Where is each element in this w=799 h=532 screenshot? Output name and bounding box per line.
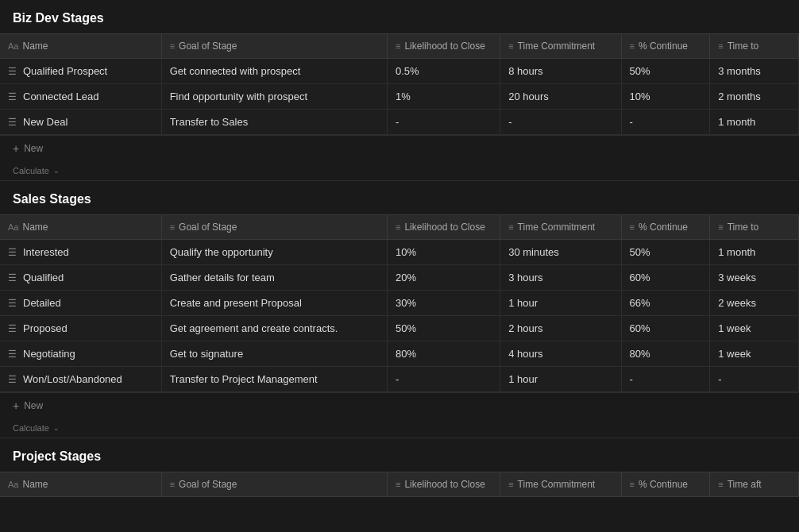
table-row[interactable]: ☰ Interested Qualify the opportunity 10%… [0,240,799,265]
row-goal: Get to signature [161,341,387,367]
row-time-commitment: 3 hours [500,265,621,291]
row-continue: - [621,367,710,392]
table-row[interactable]: ☰ Detailed Create and present Proposal 3… [0,291,799,316]
project-col-goal[interactable]: ≡ Goal of Stage [161,472,387,497]
row-goal: Transfer to Project Management [161,367,387,392]
biz-dev-col-continue[interactable]: ≡ % Continue [621,34,710,59]
doc-icon: ☰ [8,323,17,334]
doc-icon: ☰ [8,298,17,309]
row-time-to: 1 week [710,316,799,341]
doc-icon: ☰ [8,349,17,360]
row-continue: - [621,110,710,135]
biz-dev-body: ☰ Qualified Prospect Get connected with … [0,59,799,135]
table-row[interactable]: ☰ Qualified Prospect Get connected with … [0,59,799,84]
row-goal: Create and present Proposal [161,291,387,316]
row-name: ☰ Won/Lost/Abandoned [0,367,161,392]
table-row[interactable]: ☰ Connected Lead Find opportunity with p… [0,84,799,110]
list-icon: ≡ [718,480,723,489]
list-icon: ≡ [170,222,175,232]
sales-col-time-commitment[interactable]: ≡ Time Commitment [500,215,621,240]
biz-dev-header: Aa Name ≡ Goal of Stage ≡ Likeliho [0,34,799,59]
table-row[interactable]: ☰ Negotiating Get to signature 80% 4 hou… [0,341,799,367]
row-name: ☰ Proposed [0,316,161,341]
row-continue: 60% [621,316,710,341]
row-time-commitment: 20 hours [500,84,621,110]
plus-icon: + [13,399,19,412]
biz-dev-col-time-to[interactable]: ≡ Time to [710,34,799,59]
row-name: ☰ Detailed [0,291,161,316]
project-header: Aa Name ≡ Goal of Stage ≡ Likeliho [0,472,799,497]
biz-dev-col-goal[interactable]: ≡ Goal of Stage [161,34,387,59]
row-likelihood: 50% [388,316,500,341]
row-time-commitment: 30 minutes [500,240,621,265]
row-goal: Transfer to Sales [161,110,387,135]
biz-dev-calculate[interactable]: Calculate ⌄ [0,161,799,181]
row-likelihood: 0.5% [388,59,500,84]
row-time-commitment: 8 hours [500,59,621,84]
row-time-to: 1 week [710,341,799,367]
biz-dev-table-wrapper: Aa Name ≡ Goal of Stage ≡ Likeliho [0,33,799,181]
biz-dev-col-likelihood[interactable]: ≡ Likelihood to Close [388,34,500,59]
table-row[interactable]: ☰ New Deal Transfer to Sales - - - 1 mon… [0,110,799,135]
row-time-to: 2 weeks [710,291,799,316]
row-time-commitment: 2 hours [500,316,621,341]
doc-icon: ☰ [8,374,17,385]
row-goal: Qualify the opportunity [161,240,387,265]
sales-section: Sales Stages Aa Name [0,181,799,438]
table-row[interactable]: ☰ Proposed Get agreement and create cont… [0,316,799,341]
sales-col-continue[interactable]: ≡ % Continue [621,215,710,240]
sales-col-goal[interactable]: ≡ Goal of Stage [161,215,387,240]
project-col-time-commitment[interactable]: ≡ Time Commitment [500,472,621,497]
row-time-to: 1 month [710,240,799,265]
row-likelihood: - [388,367,500,392]
doc-icon: ☰ [8,117,17,128]
project-table: Aa Name ≡ Goal of Stage ≡ Likeliho [0,472,799,497]
sales-table: Aa Name ≡ Goal of Stage ≡ Likeliho [0,214,799,392]
doc-icon: ☰ [8,247,17,258]
project-col-continue[interactable]: ≡ % Continue [621,472,710,497]
list-icon: ≡ [508,222,513,232]
row-continue: 66% [621,291,710,316]
row-continue: 80% [621,341,710,367]
row-name: ☰ Connected Lead [0,84,161,110]
project-col-time-after[interactable]: ≡ Time aft [710,472,799,497]
doc-icon: ☰ [8,91,17,102]
project-table-wrapper: Aa Name ≡ Goal of Stage ≡ Likeliho [0,472,799,497]
biz-dev-section: Biz Dev Stages Aa Name [0,0,799,181]
sales-title: Sales Stages [0,181,799,214]
project-col-likelihood[interactable]: ≡ Likelihood to Close [388,472,500,497]
doc-icon: ☰ [8,272,17,283]
chevron-down-icon: ⌄ [53,424,60,432]
list-icon: ≡ [508,480,513,489]
biz-dev-col-name[interactable]: Aa Name [0,34,161,59]
list-icon: ≡ [630,222,635,232]
list-icon: ≡ [718,41,723,51]
sales-col-name[interactable]: Aa Name [0,215,161,240]
biz-dev-table: Aa Name ≡ Goal of Stage ≡ Likeliho [0,33,799,135]
row-likelihood: 80% [388,341,500,367]
row-name: ☰ Negotiating [0,341,161,367]
row-time-commitment: - [500,110,621,135]
biz-dev-add-row[interactable]: + New [0,135,799,161]
biz-dev-col-time-commitment[interactable]: ≡ Time Commitment [500,34,621,59]
row-continue: 50% [621,240,710,265]
text-icon: Aa [8,480,18,489]
row-time-to: - [710,367,799,392]
biz-dev-title: Biz Dev Stages [0,0,799,33]
project-title: Project Stages [0,438,799,472]
row-continue: 10% [621,84,710,110]
list-icon: ≡ [508,41,513,51]
row-likelihood: 10% [388,240,500,265]
table-row[interactable]: ☰ Won/Lost/Abandoned Transfer to Project… [0,367,799,392]
list-icon: ≡ [718,222,723,232]
sales-col-likelihood[interactable]: ≡ Likelihood to Close [388,215,500,240]
list-icon: ≡ [630,41,635,51]
project-col-name[interactable]: Aa Name [0,472,161,497]
sales-calculate[interactable]: Calculate ⌄ [0,418,799,438]
text-icon: Aa [8,222,18,232]
row-time-to: 3 weeks [710,265,799,291]
table-row[interactable]: ☰ Qualified Gather details for team 20% … [0,265,799,291]
project-section: Project Stages Aa Name [0,438,799,497]
sales-add-row[interactable]: + New [0,392,799,418]
sales-col-time-to[interactable]: ≡ Time to [710,215,799,240]
